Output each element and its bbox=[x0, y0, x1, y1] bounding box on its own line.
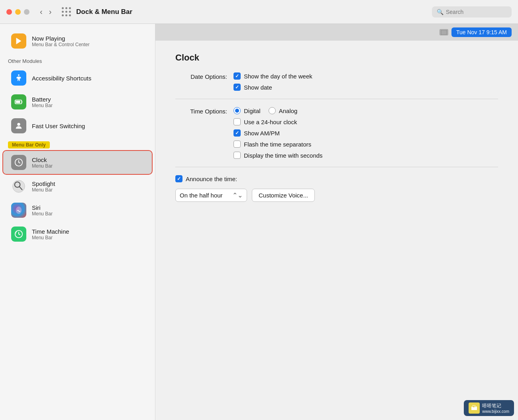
digital-radio[interactable] bbox=[233, 107, 241, 114]
sidebar-item-clock[interactable]: Clock Menu Bar bbox=[3, 151, 152, 174]
accessibility-title: Accessibility Shortcuts bbox=[32, 75, 91, 82]
maximize-button[interactable] bbox=[24, 9, 29, 15]
time-options-group: Digital Analog Use a 24-hour clock bbox=[233, 107, 323, 159]
sidebar-item-time-machine[interactable]: Time Machine Menu Bar bbox=[3, 223, 152, 246]
announce-label: Announce the time: bbox=[186, 176, 237, 182]
analog-label: Analog bbox=[279, 107, 298, 114]
svg-rect-3 bbox=[22, 101, 22, 103]
search-icon: 🔍 bbox=[437, 9, 443, 15]
show-day-label: Show the day of the week bbox=[244, 73, 312, 80]
time-machine-icon bbox=[11, 227, 26, 242]
date-options-label: Date Options: bbox=[175, 72, 227, 80]
flash-sep-row: Flash the time separators bbox=[233, 141, 323, 148]
clock-icon bbox=[11, 155, 26, 170]
close-button[interactable] bbox=[6, 9, 12, 15]
sidebar: Now Playing Menu Bar & Control Center Ot… bbox=[0, 24, 155, 420]
time-options-label: Time Options: bbox=[175, 107, 227, 115]
show-ampm-checkbox[interactable] bbox=[233, 129, 241, 137]
watermark-text: 嗒嗒笔记 www.bijixx.com bbox=[482, 402, 509, 414]
accessibility-icon bbox=[11, 70, 26, 86]
svg-point-5 bbox=[17, 123, 20, 126]
sidebar-item-battery[interactable]: Battery Menu Bar bbox=[3, 90, 152, 113]
menubar-clock-badge: Tue Nov 17 9:15 AM bbox=[451, 27, 512, 37]
frequency-value: On the half hour bbox=[180, 192, 229, 199]
main-content: Now Playing Menu Bar & Control Center Ot… bbox=[0, 24, 518, 420]
sidebar-item-siri[interactable]: Siri Menu Bar bbox=[3, 199, 152, 222]
battery-icon bbox=[11, 94, 26, 109]
sidebar-item-spotlight[interactable]: Spotlight Menu Bar bbox=[3, 175, 152, 198]
frequency-dropdown[interactable]: On the half hour ⌃⌄ bbox=[175, 189, 247, 202]
time-machine-text: Time Machine Menu Bar bbox=[32, 228, 69, 240]
time-machine-subtitle: Menu Bar bbox=[32, 235, 69, 240]
window-title: Dock & Menu Bar bbox=[76, 8, 427, 16]
back-button[interactable]: ‹ bbox=[37, 6, 45, 17]
sidebar-item-accessibility[interactable]: Accessibility Shortcuts bbox=[3, 66, 152, 90]
menu-bar-only-badge: Menu Bar Only bbox=[8, 141, 50, 148]
minimize-button[interactable] bbox=[15, 9, 21, 15]
clock-text: Clock Menu Bar bbox=[32, 156, 53, 169]
time-machine-title: Time Machine bbox=[32, 228, 69, 235]
watermark-icon: 🏔 bbox=[469, 402, 480, 414]
search-input[interactable] bbox=[446, 9, 507, 15]
sidebar-item-fast-user[interactable]: Fast User Switching bbox=[3, 114, 152, 137]
forward-button[interactable]: › bbox=[47, 6, 54, 17]
show-day-checkbox[interactable] bbox=[233, 72, 241, 80]
spotlight-text: Spotlight Menu Bar bbox=[32, 180, 55, 193]
svg-point-1 bbox=[18, 74, 20, 76]
app-grid-icon[interactable] bbox=[62, 7, 71, 17]
accessibility-text: Accessibility Shortcuts bbox=[32, 75, 91, 82]
traffic-lights bbox=[6, 9, 29, 15]
show-ampm-label: Show AM/PM bbox=[244, 130, 280, 137]
display-sec-label: Display the time with seconds bbox=[244, 152, 323, 159]
announce-options: On the half hour ⌃⌄ Customize Voice... bbox=[175, 189, 498, 202]
fast-user-icon bbox=[11, 118, 26, 133]
now-playing-text: Now Playing Menu Bar & Control Center bbox=[32, 35, 90, 47]
analog-radio[interactable] bbox=[269, 107, 276, 114]
digital-row: Digital bbox=[233, 107, 261, 114]
svg-marker-0 bbox=[16, 38, 22, 45]
spotlight-subtitle: Menu Bar bbox=[32, 187, 55, 193]
show-day-row: Show the day of the week bbox=[233, 72, 312, 80]
menubar-icon bbox=[440, 29, 448, 35]
customize-voice-button[interactable]: Customize Voice... bbox=[252, 189, 315, 202]
siri-title: Siri bbox=[32, 204, 53, 211]
now-playing-icon bbox=[11, 33, 26, 49]
sidebar-item-now-playing[interactable]: Now Playing Menu Bar & Control Center bbox=[3, 29, 152, 53]
fast-user-title: Fast User Switching bbox=[32, 123, 85, 129]
nav-buttons: ‹ › bbox=[37, 6, 54, 17]
flash-sep-checkbox[interactable] bbox=[233, 141, 241, 148]
date-options-row: Date Options: Show the day of the week S… bbox=[175, 72, 498, 91]
clock-subtitle: Menu Bar bbox=[32, 163, 53, 169]
divider-2 bbox=[175, 167, 498, 167]
display-sec-checkbox[interactable] bbox=[233, 152, 241, 159]
use-24h-row: Use a 24-hour clock bbox=[233, 118, 323, 125]
show-date-checkbox[interactable] bbox=[233, 84, 241, 91]
svg-point-10 bbox=[16, 207, 22, 214]
time-options-row: Time Options: Digital Analog bbox=[175, 107, 498, 159]
watermark-site: www.bijixx.com bbox=[482, 409, 509, 414]
siri-text: Siri Menu Bar bbox=[32, 204, 53, 217]
analog-row: Analog bbox=[269, 107, 298, 114]
announce-checkbox[interactable] bbox=[175, 175, 182, 182]
content-area: Clock Date Options: Show the day of the … bbox=[155, 41, 518, 214]
show-date-label: Show date bbox=[244, 84, 272, 91]
siri-icon bbox=[11, 203, 26, 218]
divider-1 bbox=[175, 99, 498, 99]
right-panel: Tue Nov 17 9:15 AM Clock Date Options: S… bbox=[155, 24, 518, 420]
use-24h-checkbox[interactable] bbox=[233, 118, 241, 125]
digital-label: Digital bbox=[244, 107, 261, 114]
battery-title: Battery bbox=[32, 96, 53, 103]
section-title: Clock bbox=[175, 53, 498, 63]
search-box[interactable]: 🔍 bbox=[432, 6, 512, 18]
watermark-label: 嗒嗒笔记 bbox=[482, 402, 509, 409]
menubar-header: Tue Nov 17 9:15 AM bbox=[155, 24, 518, 41]
battery-subtitle: Menu Bar bbox=[32, 103, 53, 108]
svg-rect-4 bbox=[16, 101, 20, 103]
dropdown-arrow-icon: ⌃⌄ bbox=[232, 191, 243, 199]
show-ampm-row: Show AM/PM bbox=[233, 129, 323, 137]
spotlight-icon bbox=[11, 179, 26, 194]
date-options-group: Show the day of the week Show date bbox=[233, 72, 312, 91]
battery-text: Battery Menu Bar bbox=[32, 96, 53, 108]
other-modules-label: Other Modules bbox=[0, 54, 155, 66]
watermark: 🏔 嗒嗒笔记 www.bijixx.com bbox=[464, 400, 514, 416]
